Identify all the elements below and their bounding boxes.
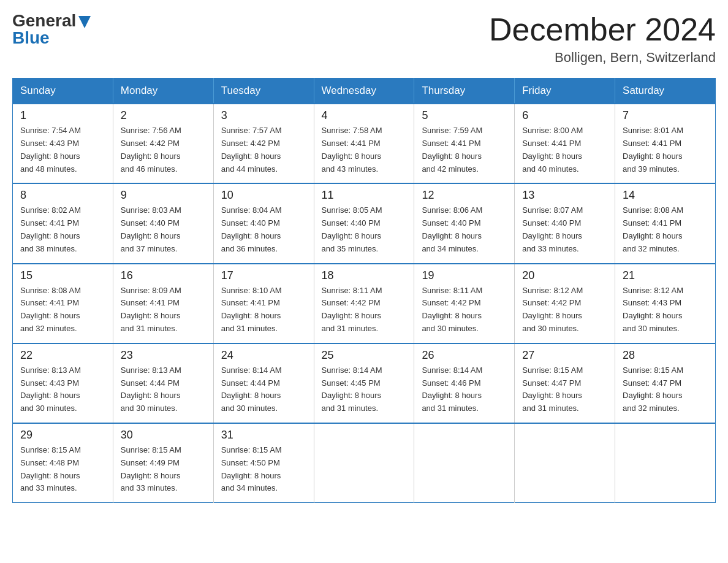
day-info: Sunrise: 7:58 AMSunset: 4:41 PMDaylight:… (322, 124, 407, 175)
page-header: General Blue December 2024 Bolligen, Ber… (12, 12, 716, 66)
day-cell: 13 Sunrise: 8:07 AMSunset: 4:40 PMDaylig… (515, 183, 615, 263)
day-number: 12 (422, 189, 507, 202)
day-info: Sunrise: 8:12 AMSunset: 4:42 PMDaylight:… (522, 285, 607, 335)
day-cell: 16 Sunrise: 8:09 AMSunset: 4:41 PMDaylig… (113, 264, 213, 343)
col-header-thursday: Thursday (414, 79, 515, 104)
day-info: Sunrise: 8:01 AMSunset: 4:41 PMDaylight:… (623, 124, 708, 175)
day-info: Sunrise: 8:13 AMSunset: 4:44 PMDaylight:… (121, 364, 206, 415)
location-subtitle: Bolligen, Bern, Switzerland (489, 50, 716, 66)
day-cell (615, 423, 716, 503)
day-cell: 3 Sunrise: 7:57 AMSunset: 4:42 PMDayligh… (213, 104, 314, 183)
day-number: 9 (121, 189, 206, 202)
day-info: Sunrise: 8:13 AMSunset: 4:43 PMDaylight:… (20, 364, 105, 415)
day-cell (314, 423, 414, 503)
day-cell: 2 Sunrise: 7:56 AMSunset: 4:42 PMDayligh… (113, 104, 213, 183)
day-number: 3 (221, 109, 306, 122)
col-header-monday: Monday (113, 79, 213, 104)
day-number: 24 (221, 349, 306, 362)
day-info: Sunrise: 8:08 AMSunset: 4:41 PMDaylight:… (20, 285, 105, 335)
day-info: Sunrise: 8:14 AMSunset: 4:44 PMDaylight:… (221, 364, 306, 415)
col-header-sunday: Sunday (13, 79, 113, 104)
col-header-friday: Friday (515, 79, 615, 104)
day-number: 2 (121, 109, 206, 122)
title-block: December 2024 Bolligen, Bern, Switzerlan… (489, 12, 716, 66)
day-cell: 29 Sunrise: 8:15 AMSunset: 4:48 PMDaylig… (13, 423, 113, 503)
day-number: 23 (121, 349, 206, 362)
col-header-wednesday: Wednesday (314, 79, 414, 104)
day-cell: 17 Sunrise: 8:10 AMSunset: 4:41 PMDaylig… (213, 264, 314, 343)
day-cell: 10 Sunrise: 8:04 AMSunset: 4:40 PMDaylig… (213, 183, 314, 263)
day-cell: 9 Sunrise: 8:03 AMSunset: 4:40 PMDayligh… (113, 183, 213, 263)
day-info: Sunrise: 8:03 AMSunset: 4:40 PMDaylight:… (121, 204, 206, 255)
day-info: Sunrise: 8:15 AMSunset: 4:47 PMDaylight:… (522, 364, 607, 415)
day-cell: 25 Sunrise: 8:14 AMSunset: 4:45 PMDaylig… (314, 343, 414, 423)
day-cell: 27 Sunrise: 8:15 AMSunset: 4:47 PMDaylig… (515, 343, 615, 423)
day-number: 25 (322, 349, 407, 362)
day-number: 11 (322, 189, 407, 202)
day-cell: 19 Sunrise: 8:11 AMSunset: 4:42 PMDaylig… (414, 264, 515, 343)
logo-general-line: General (12, 12, 91, 29)
day-cell: 1 Sunrise: 7:54 AMSunset: 4:43 PMDayligh… (13, 104, 113, 183)
week-row-2: 8 Sunrise: 8:02 AMSunset: 4:41 PMDayligh… (13, 183, 716, 263)
day-number: 4 (322, 109, 407, 122)
day-number: 8 (20, 189, 105, 202)
day-info: Sunrise: 8:04 AMSunset: 4:40 PMDaylight:… (221, 204, 306, 255)
logo-general-text: General (12, 12, 76, 29)
day-cell: 26 Sunrise: 8:14 AMSunset: 4:46 PMDaylig… (414, 343, 515, 423)
day-cell: 8 Sunrise: 8:02 AMSunset: 4:41 PMDayligh… (13, 183, 113, 263)
day-header-row: SundayMondayTuesdayWednesdayThursdayFrid… (13, 79, 716, 104)
week-row-1: 1 Sunrise: 7:54 AMSunset: 4:43 PMDayligh… (13, 104, 716, 183)
day-cell: 7 Sunrise: 8:01 AMSunset: 4:41 PMDayligh… (615, 104, 716, 183)
logo-blue-text: Blue (12, 29, 50, 47)
day-info: Sunrise: 8:00 AMSunset: 4:41 PMDaylight:… (522, 124, 607, 175)
day-cell: 22 Sunrise: 8:13 AMSunset: 4:43 PMDaylig… (13, 343, 113, 423)
day-number: 21 (623, 269, 708, 282)
day-cell: 28 Sunrise: 8:15 AMSunset: 4:47 PMDaylig… (615, 343, 716, 423)
day-cell: 12 Sunrise: 8:06 AMSunset: 4:40 PMDaylig… (414, 183, 515, 263)
day-number: 14 (623, 189, 708, 202)
day-info: Sunrise: 7:57 AMSunset: 4:42 PMDaylight:… (221, 124, 306, 175)
day-info: Sunrise: 8:14 AMSunset: 4:45 PMDaylight:… (322, 364, 407, 415)
day-info: Sunrise: 8:15 AMSunset: 4:49 PMDaylight:… (121, 444, 206, 495)
week-row-4: 22 Sunrise: 8:13 AMSunset: 4:43 PMDaylig… (13, 343, 716, 423)
week-row-3: 15 Sunrise: 8:08 AMSunset: 4:41 PMDaylig… (13, 264, 716, 343)
day-info: Sunrise: 7:54 AMSunset: 4:43 PMDaylight:… (20, 124, 105, 175)
day-info: Sunrise: 8:12 AMSunset: 4:43 PMDaylight:… (623, 285, 708, 335)
day-info: Sunrise: 8:07 AMSunset: 4:40 PMDaylight:… (522, 204, 607, 255)
day-number: 28 (623, 349, 708, 362)
day-number: 27 (522, 349, 607, 362)
day-number: 19 (422, 269, 507, 282)
day-number: 15 (20, 269, 105, 282)
day-info: Sunrise: 8:08 AMSunset: 4:41 PMDaylight:… (623, 204, 708, 255)
calendar-body: 1 Sunrise: 7:54 AMSunset: 4:43 PMDayligh… (13, 104, 716, 502)
day-info: Sunrise: 8:14 AMSunset: 4:46 PMDaylight:… (422, 364, 507, 415)
day-number: 30 (121, 429, 206, 442)
day-cell: 15 Sunrise: 8:08 AMSunset: 4:41 PMDaylig… (13, 264, 113, 343)
day-info: Sunrise: 8:05 AMSunset: 4:40 PMDaylight:… (322, 204, 407, 255)
day-number: 31 (221, 429, 306, 442)
day-info: Sunrise: 8:15 AMSunset: 4:50 PMDaylight:… (221, 444, 306, 495)
day-cell: 21 Sunrise: 8:12 AMSunset: 4:43 PMDaylig… (615, 264, 716, 343)
day-info: Sunrise: 8:02 AMSunset: 4:41 PMDaylight:… (20, 204, 105, 255)
day-info: Sunrise: 7:56 AMSunset: 4:42 PMDaylight:… (121, 124, 206, 175)
day-cell: 4 Sunrise: 7:58 AMSunset: 4:41 PMDayligh… (314, 104, 414, 183)
col-header-tuesday: Tuesday (213, 79, 314, 104)
day-info: Sunrise: 8:11 AMSunset: 4:42 PMDaylight:… (422, 285, 507, 335)
day-number: 7 (623, 109, 708, 122)
day-number: 5 (422, 109, 507, 122)
day-number: 6 (522, 109, 607, 122)
day-number: 18 (322, 269, 407, 282)
day-info: Sunrise: 8:06 AMSunset: 4:40 PMDaylight:… (422, 204, 507, 255)
day-info: Sunrise: 7:59 AMSunset: 4:41 PMDaylight:… (422, 124, 507, 175)
day-info: Sunrise: 8:15 AMSunset: 4:47 PMDaylight:… (623, 364, 708, 415)
day-number: 20 (522, 269, 607, 282)
day-number: 10 (221, 189, 306, 202)
day-cell: 24 Sunrise: 8:14 AMSunset: 4:44 PMDaylig… (213, 343, 314, 423)
day-cell (414, 423, 515, 503)
day-info: Sunrise: 8:09 AMSunset: 4:41 PMDaylight:… (121, 285, 206, 335)
day-info: Sunrise: 8:15 AMSunset: 4:48 PMDaylight:… (20, 444, 105, 495)
calendar-table: SundayMondayTuesdayWednesdayThursdayFrid… (12, 78, 716, 503)
day-number: 22 (20, 349, 105, 362)
month-title: December 2024 (489, 12, 716, 47)
logo: General Blue (12, 12, 91, 47)
